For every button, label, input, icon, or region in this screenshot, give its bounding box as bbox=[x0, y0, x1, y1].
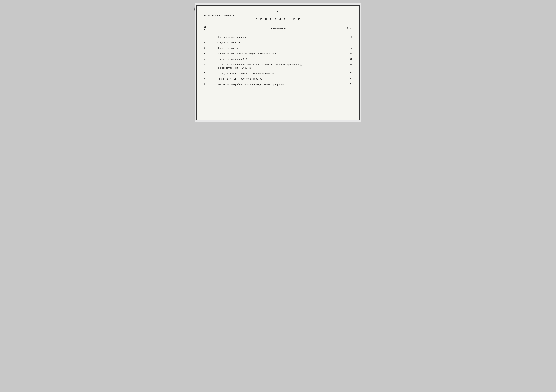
row-desc: Объектная смета bbox=[217, 46, 339, 50]
row-page: 57 bbox=[339, 77, 352, 80]
row-desc: То же, № 4 емк. 4000 м3 и 4300 м3 bbox=[217, 77, 339, 81]
table-row: 1Пояснительная записка3 bbox=[204, 34, 352, 40]
row-num: 4 bbox=[204, 52, 217, 55]
page-inner: 11-2220 -2 - 901-4-81с.84 Альбом У О Г Л… bbox=[196, 5, 360, 120]
table-row: 6То же, №2 на приобретение и монтаж техн… bbox=[204, 62, 352, 71]
row-num: 5 bbox=[204, 58, 217, 60]
table-row: 8То же, № 4 емк. 4000 м3 и 4300 м357 bbox=[204, 76, 352, 82]
row-desc: Ведомость потребности в производственных… bbox=[217, 83, 339, 86]
divider-mid bbox=[204, 33, 352, 33]
header-row: 901-4-81с.84 Альбом У bbox=[204, 15, 352, 17]
row-desc: То же, №2 на приобретение и монтаж техно… bbox=[217, 63, 339, 70]
row-desc: Сводка стоимостей bbox=[217, 41, 339, 45]
doc-code: 901-4-81с.84 bbox=[204, 15, 220, 17]
row-num: 8 bbox=[204, 77, 217, 80]
table-row: 3Объектная смета7 bbox=[204, 45, 352, 51]
row-page: 10 bbox=[339, 52, 352, 55]
col-page-header: Стр. bbox=[339, 27, 352, 30]
divider-top bbox=[204, 23, 352, 23]
col-name-header: Наименование bbox=[217, 27, 339, 30]
row-desc: То же, № 3 емк. 3000 м3, 3300 м3 и 3600 … bbox=[217, 72, 339, 75]
row-num: 3 bbox=[204, 46, 217, 49]
col-num-header: №№ пп bbox=[204, 26, 217, 31]
row-num: 1 bbox=[204, 36, 217, 38]
side-label: 11-2220 bbox=[193, 7, 195, 14]
row-num: 6 bbox=[204, 63, 217, 66]
table-row: 2Сводка стоимостей1 bbox=[204, 40, 352, 45]
row-desc: Локальная смета № I на общестроительные … bbox=[217, 52, 339, 56]
row-page: 1 bbox=[339, 41, 352, 44]
table-rows: 1Пояснительная записка32Сводка стоимосте… bbox=[204, 34, 352, 87]
page-title: О Г Л А В Л Е Н И Е bbox=[204, 18, 352, 21]
table-row: 5Единичная расценка № Д-I45 bbox=[204, 56, 352, 62]
row-desc: Пояснительная записка bbox=[217, 36, 339, 39]
row-num: 9 bbox=[204, 83, 217, 86]
row-page: 45 bbox=[339, 58, 352, 60]
page-number: -2 - bbox=[204, 11, 352, 14]
page-wrapper: 11-2220 -2 - 901-4-81с.84 Альбом У О Г Л… bbox=[194, 3, 362, 122]
table-row: 9Ведомость потребности в производственны… bbox=[204, 82, 352, 87]
row-page: 61 bbox=[339, 83, 352, 86]
table-header: №№ пп Наименование Стр. bbox=[204, 24, 352, 32]
row-num: 7 bbox=[204, 72, 217, 75]
table-row: 7То же, № 3 емк. 3000 м3, 3300 м3 и 3600… bbox=[204, 71, 352, 76]
album-label: Альбом У bbox=[224, 15, 234, 17]
row-page: 7 bbox=[339, 46, 352, 49]
row-desc: Единичная расценка № Д-I bbox=[217, 58, 339, 61]
row-page: 48 bbox=[339, 63, 352, 66]
row-page: 3 bbox=[339, 36, 352, 38]
row-page: 53 bbox=[339, 72, 352, 75]
table-row: 4Локальная смета № I на общестроительные… bbox=[204, 51, 352, 56]
row-num: 2 bbox=[204, 41, 217, 44]
